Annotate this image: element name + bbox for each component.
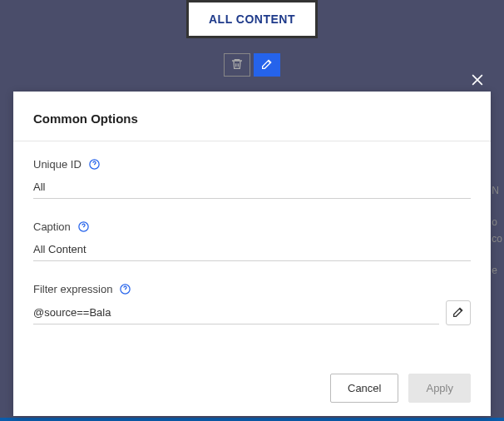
modal-footer: Cancel Apply	[13, 360, 491, 416]
field-caption: Caption	[33, 220, 471, 261]
apply-button[interactable]: Apply	[408, 374, 471, 403]
label-text-unique-id: Unique ID	[33, 158, 82, 171]
close-icon	[469, 78, 486, 91]
trash-icon	[230, 57, 244, 73]
field-filter-expression: Filter expression	[33, 283, 471, 325]
tab-all-content[interactable]: ALL CONTENT	[186, 0, 318, 38]
modal-body: Unique ID Caption Filter expre	[13, 141, 491, 360]
label-text-caption: Caption	[33, 220, 71, 233]
modal: Common Options Unique ID Caption	[13, 92, 491, 416]
field-label-unique-id: Unique ID	[33, 158, 471, 171]
delete-button[interactable]	[224, 53, 250, 77]
field-unique-id: Unique ID	[33, 158, 471, 199]
bottom-bar	[0, 418, 504, 421]
filter-expression-input[interactable]	[33, 301, 439, 324]
cancel-button[interactable]: Cancel	[330, 374, 398, 403]
unique-id-input[interactable]	[33, 176, 471, 199]
close-button[interactable]	[466, 68, 489, 94]
field-label-caption: Caption	[33, 220, 471, 233]
field-label-filter-expression: Filter expression	[33, 283, 471, 295]
edit-icon	[260, 57, 274, 73]
edit-button[interactable]	[254, 53, 280, 77]
help-icon[interactable]	[88, 158, 101, 171]
toolbar	[224, 53, 280, 77]
modal-title: Common Options	[33, 111, 471, 126]
edit-expression-button[interactable]	[446, 300, 471, 325]
edit-icon	[452, 305, 465, 321]
background-text: Nocoe	[492, 183, 504, 279]
modal-header: Common Options	[13, 92, 491, 141]
label-text-filter-expression: Filter expression	[33, 283, 112, 295]
caption-input[interactable]	[33, 238, 471, 261]
tab-container: ALL CONTENT	[186, 0, 318, 38]
help-icon[interactable]	[119, 283, 131, 295]
help-icon[interactable]	[77, 220, 90, 233]
